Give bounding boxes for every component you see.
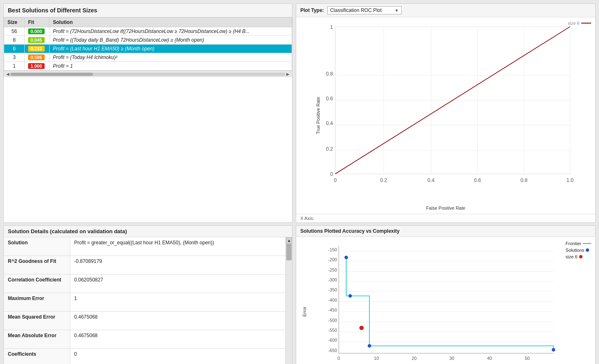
svg-text:50: 50 <box>525 356 530 361</box>
svg-text:0: 0 <box>330 171 333 177</box>
x-axis-label: False Positive Rate <box>426 206 466 210</box>
scatter-plot-panel: Solutions Plotted Accuracy vs Complexity… <box>296 225 596 364</box>
solutions-dot-icon <box>586 248 589 252</box>
plot-header: Plot Type: Classification ROC Plot ▼ <box>296 4 595 17</box>
details-scroll-container: SolutionProfit = greater_or_equal((Last … <box>4 237 292 364</box>
legend-size6-item: size 6 <box>566 254 591 259</box>
solution-details-title: Solution Details (calculated on validati… <box>4 226 292 237</box>
roc-svg: 0 0.2 0.4 0.6 0.8 1 0 0.2 0.4 0.6 <box>317 21 575 197</box>
table-row[interactable]: 80.045Profit = ((Today daily B_Band) 72H… <box>4 36 292 45</box>
cell-solution: Profit = ((Today daily B_Band) 72HoursDi… <box>50 36 292 45</box>
svg-text:-150: -150 <box>328 247 337 252</box>
cell-fit: 0.233 <box>25 45 50 53</box>
cell-solution: Profit = (72HoursDistanceLow if((72Hours… <box>50 27 292 36</box>
size6-dot-icon <box>579 255 582 258</box>
detail-value: -0.87089179 <box>70 256 285 274</box>
svg-text:-650: -650 <box>328 348 337 353</box>
details-scrollbar[interactable]: ▲ ▼ <box>285 237 292 364</box>
detail-label: Solution <box>4 237 70 255</box>
roc-plot-panel: Plot Type: Classification ROC Plot ▼ siz… <box>296 3 596 223</box>
detail-label: Mean Squared Error <box>4 312 70 330</box>
scroll-left-arrow[interactable]: ◀ <box>5 72 10 76</box>
detail-value: 0.062050827 <box>70 274 285 293</box>
detail-label: Correlation Coefficient <box>4 274 70 293</box>
scroll-track[interactable] <box>10 73 285 76</box>
svg-text:-500: -500 <box>328 318 337 323</box>
svg-text:0: 0 <box>334 177 337 183</box>
svg-point-56 <box>368 344 371 347</box>
roc-legend: size 6 <box>568 21 591 26</box>
plot-type-label: Plot Type: <box>300 7 324 13</box>
table-row[interactable]: 30.586Profit = (Today H4 Ichimoku)² <box>4 53 292 62</box>
svg-text:0.2: 0.2 <box>380 177 387 183</box>
table-row[interactable]: 560.000Profit = (72HoursDistanceLow if((… <box>4 27 292 36</box>
svg-text:0.8: 0.8 <box>521 177 528 183</box>
legend-solutions-item: Solutions <box>566 248 591 253</box>
svg-text:1.0: 1.0 <box>566 177 573 183</box>
detail-row: Maximum Error1 <box>4 293 285 312</box>
x-axis-section: X Axis: <box>296 214 595 222</box>
svg-text:0.2: 0.2 <box>326 146 333 152</box>
svg-text:0.4: 0.4 <box>326 121 333 126</box>
plot-type-value: Classification ROC Plot <box>330 7 382 13</box>
svg-text:-450: -450 <box>328 308 337 313</box>
svg-point-55 <box>348 294 352 298</box>
detail-label: Mean Absolute Error <box>4 330 70 349</box>
scroll-middle <box>286 244 292 364</box>
svg-text:-550: -550 <box>328 328 337 333</box>
plot-type-dropdown[interactable]: Classification ROC Plot ▼ <box>327 6 402 14</box>
horizontal-scrollbar[interactable]: ◀ ▶ <box>4 71 292 77</box>
svg-text:0: 0 <box>338 356 340 361</box>
panel-title: Best Solutions of Different Sizes <box>4 4 292 17</box>
svg-text:-350: -350 <box>328 288 337 293</box>
cell-fit: 0.045 <box>25 36 50 45</box>
detail-value: 0 <box>70 349 285 364</box>
detail-value: 1 <box>70 293 285 312</box>
svg-text:-250: -250 <box>328 267 337 272</box>
table-row[interactable]: 11.000Profit = 1 <box>4 62 292 71</box>
svg-text:0.4: 0.4 <box>428 177 435 183</box>
cell-size: 6 <box>4 45 25 53</box>
cell-solution: Profit = 1 <box>50 62 292 71</box>
svg-text:20: 20 <box>412 356 417 361</box>
scroll-up-button[interactable]: ▲ <box>286 237 292 244</box>
cell-solution: Profit = (Last hour H1 EMA50) ≥ (Month o… <box>50 45 292 53</box>
cell-fit: 0.586 <box>25 53 50 62</box>
cell-size: 3 <box>4 53 25 62</box>
svg-text:10: 10 <box>374 356 379 361</box>
detail-label: Coefficients <box>4 349 70 364</box>
svg-text:-400: -400 <box>328 298 337 303</box>
detail-value: 0.4675068 <box>70 312 285 330</box>
svg-point-54 <box>345 256 348 259</box>
legend-size6-scatter-label: size 6 <box>566 254 578 259</box>
detail-value: 0.4675068 <box>70 330 285 349</box>
svg-text:40: 40 <box>487 356 492 361</box>
legend-frontier-label: Frontier <box>566 241 581 246</box>
svg-text:-200: -200 <box>328 258 337 262</box>
svg-text:0.6: 0.6 <box>326 96 333 102</box>
cell-size: 56 <box>4 27 25 36</box>
svg-text:-300: -300 <box>328 277 337 282</box>
detail-row: R^2 Goodness of Fit-0.87089179 <box>4 256 285 274</box>
svg-point-58 <box>359 326 364 331</box>
cell-size: 1 <box>4 62 25 71</box>
scatter-legend: Frontier Solutions size 6 <box>566 241 591 259</box>
y-axis-label: True Positive Rate <box>316 97 321 134</box>
solutions-table: Size Fit Solution 560.000Profit = (72Hou… <box>4 17 292 71</box>
solution-details-panel: Solution Details (calculated on validati… <box>3 225 292 364</box>
scatter-title: Solutions Plotted Accuracy vs Complexity <box>296 226 595 237</box>
dropdown-arrow-icon: ▼ <box>395 8 399 13</box>
cell-fit: 1.000 <box>25 62 50 71</box>
details-table: SolutionProfit = greater_or_equal((Last … <box>4 237 285 364</box>
scroll-right-arrow[interactable]: ▶ <box>285 72 290 76</box>
legend-size6-label: size 6 <box>568 21 580 26</box>
cell-fit: 0.000 <box>25 27 50 36</box>
legend-line-icon <box>581 23 591 24</box>
scroll-handle[interactable] <box>286 244 292 260</box>
scatter-y-axis-label: Error <box>302 306 307 316</box>
scatter-chart-area: Frontier Solutions size 6 Error Complexi… <box>296 237 595 364</box>
detail-row: Correlation Coefficient0.062050827 <box>4 274 285 293</box>
table-row[interactable]: 60.233Profit = (Last hour H1 EMA50) ≥ (M… <box>4 45 292 53</box>
col-solution: Solution <box>50 18 292 27</box>
scroll-thumb[interactable] <box>10 73 93 76</box>
